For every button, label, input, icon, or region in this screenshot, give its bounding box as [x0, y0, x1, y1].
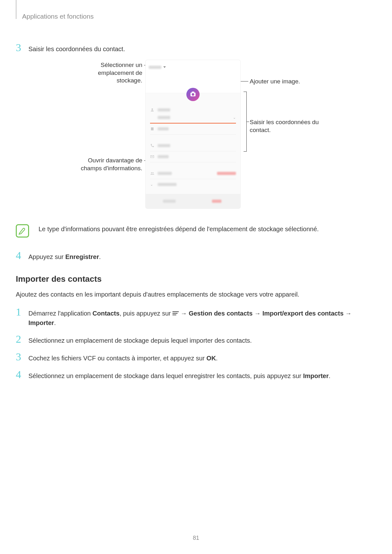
- camera-icon: [190, 93, 196, 96]
- step-number: 3: [16, 352, 28, 362]
- cancel-button: Cancel: [146, 194, 193, 208]
- view-more-row: ⌄ View more: [150, 179, 236, 190]
- storage-label: Phone: [149, 66, 161, 69]
- section-intro: Ajoutez des contacts en les important de…: [16, 290, 370, 299]
- field-phone: Phone: [150, 140, 236, 151]
- note-text: Le type d'informations pouvant être enre…: [39, 224, 319, 234]
- contact-edit-diagram: Sélectionner un emplacement de stockage.…: [63, 60, 323, 212]
- text-fragment: , puis appuyez sur: [119, 310, 172, 317]
- page-header: Applications et fonctions: [16, 13, 370, 20]
- text-fragment: Démarrez l'application: [28, 310, 93, 317]
- field-name-last: Name ⌄: [150, 115, 236, 123]
- building-icon: [150, 127, 154, 131]
- text-fragment: .: [54, 319, 56, 326]
- save-label: Save: [212, 200, 221, 203]
- step-number: 4: [16, 369, 28, 380]
- section-title-import: Importer des contacts: [16, 274, 370, 284]
- step-4: 4 Appuyez sur Enregistrer.: [16, 250, 370, 262]
- text-fragment: Appuyez sur: [28, 253, 65, 260]
- text-fragment: Cochez les fichiers VCF ou contacts à im…: [28, 355, 207, 362]
- field-placeholder: Name: [158, 108, 170, 111]
- svg-point-3: [151, 172, 152, 174]
- person-icon: [150, 108, 154, 112]
- field-placeholder: Name: [158, 116, 170, 119]
- callout-enter-details: Saisir les coordonnées du contact.: [250, 118, 323, 134]
- svg-rect-1: [151, 127, 153, 130]
- header-accent-line: [16, 0, 16, 19]
- step-text: Saisir les coordonnées du contact.: [28, 42, 125, 54]
- text-bold: Enregistrer: [65, 253, 99, 260]
- field-placeholder: Email: [158, 155, 169, 158]
- step-number: 3: [16, 42, 28, 53]
- text-fragment: .: [329, 372, 331, 379]
- step-number: 4: [16, 250, 28, 261]
- cancel-label: Cancel: [163, 200, 176, 203]
- text-bold: Import/export des contacts: [262, 310, 344, 317]
- callout-line: [247, 122, 249, 122]
- arrow-icon: →: [344, 310, 352, 317]
- step-text: Sélectionnez un emplacement de stockage …: [28, 334, 252, 345]
- arrow-icon: →: [179, 310, 189, 317]
- field-work: Work: [150, 123, 236, 135]
- text-bold: Importer: [28, 319, 54, 326]
- step-3: 3 Saisir les coordonnées du contact.: [16, 42, 370, 54]
- groups-icon: [150, 171, 154, 176]
- step-number: 1: [16, 307, 28, 317]
- step-text: Cochez les fichiers VCF ou contacts à im…: [28, 352, 218, 363]
- menu-icon: [172, 310, 179, 316]
- field-placeholder: Work: [158, 127, 169, 130]
- field-placeholder: Phone: [158, 144, 170, 147]
- text-fragment: Sélectionnez un emplacement de stockage …: [28, 372, 303, 379]
- text-fragment: .: [216, 355, 218, 362]
- step-text: Appuyez sur Enregistrer.: [28, 250, 101, 262]
- chevron-down-icon: ⌄: [233, 115, 236, 120]
- import-step-1: 1 Démarrez l'application Contacts, puis …: [16, 307, 370, 328]
- bracket-fields: [244, 92, 247, 152]
- import-step-4: 4 Sélectionnez un emplacement de stockag…: [16, 369, 370, 381]
- text-bold: OK: [207, 355, 216, 362]
- field-groups: Groups Not assigned: [150, 168, 236, 179]
- callout-more-fields: Ouvrir davantage de champs d'information…: [67, 157, 142, 172]
- text-fragment: .: [99, 253, 101, 260]
- callout-storage: Sélectionner un emplacement de stockage.: [73, 61, 142, 85]
- phone-mockup: Phone Name Name ⌄: [146, 60, 240, 208]
- text-bold: Contacts: [93, 310, 120, 317]
- email-icon: [150, 154, 154, 159]
- field-name-first: Name: [150, 105, 236, 115]
- step-number: 2: [16, 334, 28, 345]
- phone-icon: [150, 143, 154, 148]
- not-assigned-label: Not assigned: [217, 172, 236, 175]
- field-email: Email: [150, 151, 236, 162]
- chevron-down-icon: [163, 66, 166, 68]
- arrow-icon: →: [253, 310, 262, 317]
- field-placeholder: Groups: [158, 172, 172, 175]
- callout-add-image: Ajouter une image.: [250, 78, 300, 86]
- chevron-down-icon: ⌄: [150, 182, 154, 187]
- import-step-2: 2 Sélectionnez un emplacement de stockag…: [16, 334, 370, 345]
- note-box: Le type d'informations pouvant être enre…: [16, 224, 370, 238]
- import-step-3: 3 Cochez les fichiers VCF ou contacts à …: [16, 352, 370, 363]
- svg-point-0: [151, 108, 153, 110]
- save-button: Save: [193, 194, 240, 208]
- text-bold: Importer: [303, 372, 329, 379]
- text-bold: Gestion des contacts: [189, 310, 252, 317]
- svg-point-4: [152, 172, 154, 174]
- page-number: 81: [193, 535, 199, 541]
- note-icon: [16, 224, 29, 238]
- mock-storage-selector: Phone: [146, 60, 240, 74]
- add-photo-button: [186, 88, 200, 101]
- step-text: Sélectionnez un emplacement de stockage …: [28, 369, 330, 381]
- step-text: Démarrez l'application Contacts, puis ap…: [28, 307, 370, 328]
- view-more-label: View more: [158, 183, 177, 186]
